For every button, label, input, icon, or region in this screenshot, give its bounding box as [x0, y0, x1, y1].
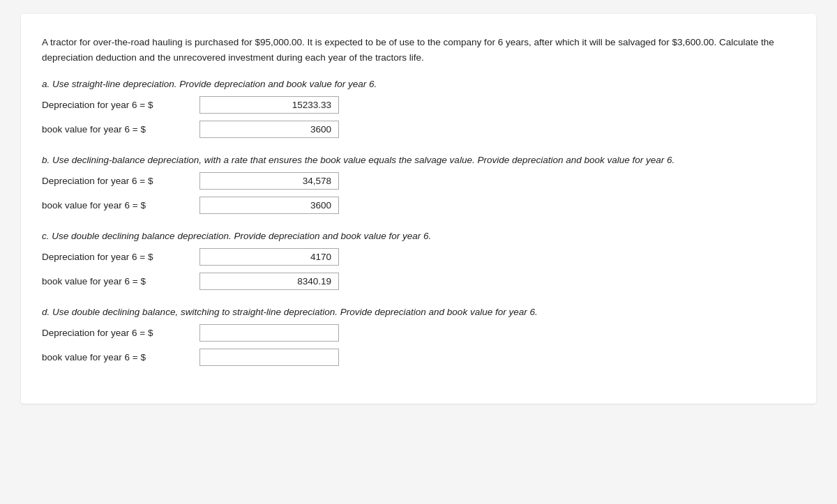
section-b-label: b. Use declining-balance depreciation, w…	[42, 155, 795, 165]
section-a-bookvalue-row: book value for year 6 = $	[42, 121, 795, 138]
section-d-bookvalue-input[interactable]	[199, 349, 339, 366]
main-container: A tractor for over-the-road hauling is p…	[21, 14, 816, 404]
section-d-bookvalue-label: book value for year 6 = $	[42, 352, 195, 362]
section-c-label: c. Use double declining balance deprecia…	[42, 231, 795, 241]
section-a-bookvalue-input[interactable]	[199, 121, 339, 138]
section-b-depreciation-row: Depreciation for year 6 = $	[42, 172, 795, 190]
section-a-depreciation-row: Depreciation for year 6 = $	[42, 96, 795, 114]
section-c-bookvalue-input[interactable]	[199, 273, 339, 290]
section-d: d. Use double declining balance, switchi…	[42, 307, 795, 366]
section-a-depreciation-input[interactable]	[199, 96, 339, 114]
section-c-bookvalue-label: book value for year 6 = $	[42, 276, 195, 287]
section-c-depreciation-label: Depreciation for year 6 = $	[42, 252, 195, 262]
problem-text: A tractor for over-the-road hauling is p…	[42, 35, 795, 65]
section-d-depreciation-label: Depreciation for year 6 = $	[42, 328, 195, 338]
section-b: b. Use declining-balance depreciation, w…	[42, 155, 795, 214]
section-c-depreciation-row: Depreciation for year 6 = $	[42, 248, 795, 266]
section-d-label: d. Use double declining balance, switchi…	[42, 307, 795, 317]
section-d-bookvalue-row: book value for year 6 = $	[42, 349, 795, 366]
section-b-bookvalue-row: book value for year 6 = $	[42, 197, 795, 214]
section-b-depreciation-label: Depreciation for year 6 = $	[42, 176, 195, 186]
section-b-bookvalue-input[interactable]	[199, 197, 339, 214]
section-d-depreciation-row: Depreciation for year 6 = $	[42, 324, 795, 342]
section-d-depreciation-input[interactable]	[199, 324, 339, 342]
section-a: a. Use straight-line depreciation. Provi…	[42, 79, 795, 138]
section-b-depreciation-input[interactable]	[199, 172, 339, 190]
section-a-depreciation-label: Depreciation for year 6 = $	[42, 100, 195, 110]
section-c-bookvalue-row: book value for year 6 = $	[42, 273, 795, 290]
section-a-bookvalue-label: book value for year 6 = $	[42, 124, 195, 135]
section-c: c. Use double declining balance deprecia…	[42, 231, 795, 290]
section-c-depreciation-input[interactable]	[199, 248, 339, 266]
section-a-label: a. Use straight-line depreciation. Provi…	[42, 79, 795, 89]
section-b-bookvalue-label: book value for year 6 = $	[42, 200, 195, 211]
